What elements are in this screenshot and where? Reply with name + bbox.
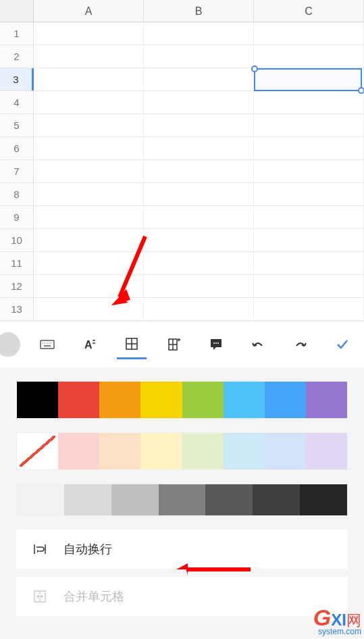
row-header[interactable]: 7 xyxy=(0,160,34,182)
color-swatch[interactable] xyxy=(205,484,253,515)
color-swatch[interactable] xyxy=(140,433,182,469)
cell[interactable] xyxy=(144,275,254,297)
row-header[interactable]: 11 xyxy=(0,252,34,274)
color-swatch[interactable] xyxy=(265,382,306,418)
cell[interactable] xyxy=(254,114,364,136)
cell[interactable] xyxy=(144,22,254,45)
color-swatch[interactable] xyxy=(58,382,99,418)
cell[interactable] xyxy=(34,160,144,182)
font-format-button[interactable]: A xyxy=(75,330,105,359)
cell[interactable] xyxy=(144,137,254,159)
assist-button[interactable] xyxy=(0,332,20,357)
grid-row[interactable]: 4 xyxy=(0,91,364,114)
cell[interactable] xyxy=(34,45,144,68)
cell[interactable] xyxy=(34,114,144,136)
color-swatch[interactable] xyxy=(111,484,159,515)
cell-format-button[interactable] xyxy=(117,330,147,359)
color-swatch[interactable] xyxy=(253,484,300,515)
cell[interactable] xyxy=(144,114,254,136)
color-swatch[interactable] xyxy=(306,382,347,418)
cell[interactable] xyxy=(34,275,144,297)
cell[interactable] xyxy=(34,91,144,113)
spreadsheet-grid[interactable]: A B C 12345678910111213 xyxy=(0,0,364,321)
row-header[interactable]: 12 xyxy=(0,275,34,297)
cell[interactable] xyxy=(254,45,364,68)
insert-button[interactable] xyxy=(159,330,189,359)
cell[interactable] xyxy=(254,252,364,274)
color-swatch[interactable] xyxy=(17,433,58,469)
merge-cells-option[interactable]: 合并单元格 xyxy=(16,577,348,616)
cell[interactable] xyxy=(34,252,144,274)
cell[interactable] xyxy=(144,206,254,228)
cell[interactable] xyxy=(254,298,364,320)
color-swatch[interactable] xyxy=(159,484,206,515)
color-swatch[interactable] xyxy=(64,484,111,515)
cell[interactable] xyxy=(34,183,144,205)
confirm-button[interactable] xyxy=(328,330,357,359)
color-swatch[interactable] xyxy=(99,382,140,418)
cell[interactable] xyxy=(144,45,254,68)
grid-row[interactable]: 11 xyxy=(0,252,364,275)
color-swatch[interactable] xyxy=(265,433,306,469)
col-header-a[interactable]: A xyxy=(34,0,144,22)
cell[interactable] xyxy=(254,160,364,182)
color-swatch[interactable] xyxy=(99,433,140,469)
row-header[interactable]: 2 xyxy=(0,45,34,68)
color-swatch[interactable] xyxy=(140,382,182,418)
cell[interactable] xyxy=(254,137,364,159)
color-swatch[interactable] xyxy=(182,433,224,469)
grid-row[interactable]: 12 xyxy=(0,275,364,298)
grid-row[interactable]: 7 xyxy=(0,160,364,183)
cell[interactable] xyxy=(254,22,364,45)
row-header[interactable]: 1 xyxy=(0,22,34,45)
row-header[interactable]: 9 xyxy=(0,206,34,228)
cell[interactable] xyxy=(254,68,364,91)
comment-button[interactable] xyxy=(201,330,231,359)
color-swatch[interactable] xyxy=(17,484,64,515)
color-swatch[interactable] xyxy=(224,382,265,418)
cell[interactable] xyxy=(34,229,144,251)
row-header[interactable]: 6 xyxy=(0,137,34,159)
grid-row[interactable]: 10 xyxy=(0,229,364,252)
color-swatch[interactable] xyxy=(58,433,99,469)
cell[interactable] xyxy=(254,91,364,113)
cell[interactable] xyxy=(34,206,144,228)
grid-row[interactable]: 9 xyxy=(0,206,364,229)
cell[interactable] xyxy=(144,252,254,274)
row-header[interactable]: 5 xyxy=(0,114,34,136)
grid-row[interactable]: 5 xyxy=(0,114,364,137)
cell[interactable] xyxy=(254,275,364,297)
color-swatch[interactable] xyxy=(224,433,265,469)
row-header[interactable]: 10 xyxy=(0,229,34,251)
cell[interactable] xyxy=(34,22,144,45)
redo-button[interactable] xyxy=(286,330,315,359)
select-all-corner[interactable] xyxy=(0,0,34,22)
cell[interactable] xyxy=(144,183,254,205)
cell[interactable] xyxy=(144,91,254,113)
grid-row[interactable]: 3 xyxy=(0,68,364,91)
cell[interactable] xyxy=(254,229,364,251)
cell[interactable] xyxy=(34,137,144,159)
grid-row[interactable]: 13 xyxy=(0,298,364,321)
grid-row[interactable]: 8 xyxy=(0,183,364,206)
cell[interactable] xyxy=(144,68,254,91)
cell[interactable] xyxy=(144,298,254,320)
cell[interactable] xyxy=(254,206,364,228)
cell[interactable] xyxy=(34,68,144,91)
undo-button[interactable] xyxy=(243,330,273,359)
grid-row[interactable]: 2 xyxy=(0,45,364,68)
color-swatch[interactable] xyxy=(182,382,224,418)
cell[interactable] xyxy=(144,160,254,182)
row-header[interactable]: 8 xyxy=(0,183,34,205)
cell[interactable] xyxy=(34,298,144,320)
row-header[interactable]: 3 xyxy=(0,68,34,91)
color-swatch[interactable] xyxy=(306,433,347,469)
col-header-c[interactable]: C xyxy=(254,0,364,22)
keyboard-button[interactable] xyxy=(32,330,62,359)
grid-row[interactable]: 1 xyxy=(0,22,364,45)
color-swatch[interactable] xyxy=(300,484,347,515)
row-header[interactable]: 13 xyxy=(0,298,34,320)
grid-row[interactable]: 6 xyxy=(0,137,364,160)
cell[interactable] xyxy=(144,229,254,251)
cell[interactable] xyxy=(254,183,364,205)
